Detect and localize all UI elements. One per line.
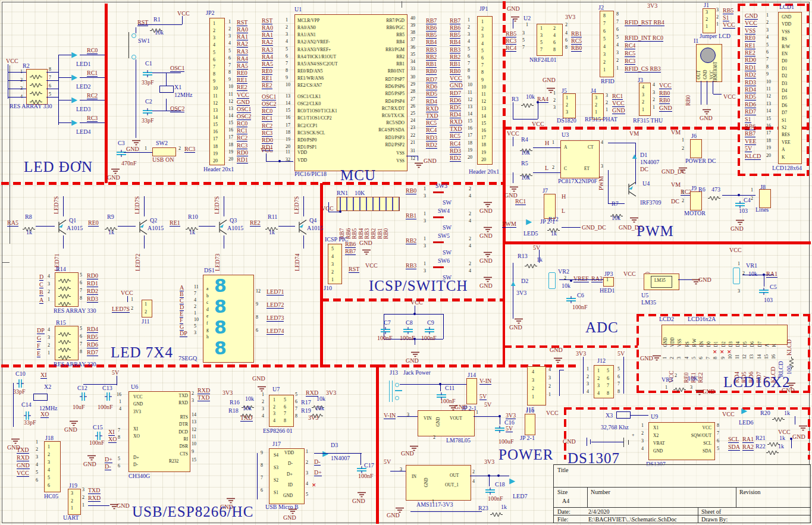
component-body[interactable] bbox=[639, 83, 651, 116]
schematic-label: C4 bbox=[744, 197, 751, 203]
schematic-label: 13 bbox=[192, 420, 196, 425]
wire bbox=[2, 262, 10, 263]
schematic-label: 1 bbox=[587, 367, 589, 372]
component-body[interactable] bbox=[68, 489, 81, 515]
schematic-canvas[interactable]: VCCR212348765▶▶▶▶LED1LED2LED3LED4RC0RC1R… bbox=[0, 0, 812, 525]
schematic-label: KLCD bbox=[745, 153, 761, 160]
schematic-label: 1k bbox=[26, 230, 32, 235]
capacitor-symbol bbox=[403, 326, 413, 333]
switch-symbol[interactable] bbox=[433, 191, 444, 193]
schematic-label: JP 2-1 bbox=[520, 435, 535, 441]
schematic-label: 1 bbox=[603, 68, 606, 73]
schematic-label: D5 bbox=[743, 341, 748, 347]
schematic-label: 4 bbox=[194, 298, 196, 303]
component-body[interactable] bbox=[759, 189, 771, 208]
schematic-label: RE2/CS/AN7 bbox=[297, 83, 322, 88]
schematic-label: 14 bbox=[481, 114, 486, 119]
component-body[interactable] bbox=[690, 191, 702, 210]
component-body[interactable] bbox=[563, 93, 576, 118]
potentiometer-symbol[interactable] bbox=[733, 268, 740, 284]
component-body[interactable] bbox=[466, 378, 477, 404]
potentiometer-symbol[interactable] bbox=[548, 272, 556, 289]
schematic-label: 2 bbox=[653, 98, 655, 102]
component-body[interactable] bbox=[406, 465, 471, 501]
component-body[interactable] bbox=[525, 414, 535, 435]
schematic-label: IRM1838T bbox=[713, 62, 718, 82]
component-body[interactable] bbox=[690, 139, 702, 158]
switch-symbol[interactable] bbox=[433, 216, 444, 218]
section-border-dashed bbox=[738, 174, 809, 176]
schematic-label: L bbox=[545, 165, 548, 171]
schematic-label: DC bbox=[671, 199, 679, 205]
schematic-label: 8 bbox=[717, 423, 719, 428]
schematic-label: 5V bbox=[506, 426, 513, 432]
schematic-label: CTS bbox=[167, 452, 188, 457]
component-body[interactable] bbox=[209, 18, 225, 165]
schematic-label: RST bbox=[349, 266, 359, 273]
schematic-label: 2 bbox=[469, 262, 471, 266]
schematic-label: 10 bbox=[766, 80, 771, 84]
switch-symbol[interactable] bbox=[433, 266, 444, 268]
component-body[interactable] bbox=[142, 300, 152, 317]
schematic-label: 36 bbox=[410, 45, 415, 50]
schematic-label: 9 bbox=[286, 76, 288, 80]
schematic-label: 6 bbox=[717, 439, 719, 444]
schematic-label: 4 bbox=[48, 328, 50, 332]
wire bbox=[418, 156, 418, 161]
component-body[interactable] bbox=[337, 197, 400, 211]
switch-symbol[interactable] bbox=[433, 241, 444, 243]
schematic-label: D2 bbox=[782, 74, 787, 78]
schematic-label: 8 bbox=[80, 296, 82, 301]
schematic-label: J13 bbox=[390, 370, 398, 376]
component-body[interactable] bbox=[527, 366, 546, 405]
component-body[interactable] bbox=[603, 277, 614, 287]
schematic-label: 2 bbox=[481, 27, 484, 32]
schematic-label: RB3 bbox=[426, 47, 437, 54]
schematic-label: 8 bbox=[295, 414, 297, 419]
schematic-label: D3 bbox=[782, 81, 787, 86]
schematic-label: LED74 bbox=[267, 328, 284, 335]
wire bbox=[63, 235, 64, 249]
schematic-label: RC3 bbox=[184, 146, 195, 153]
schematic-label: 5 bbox=[118, 457, 120, 461]
schematic-label: 8 bbox=[286, 68, 288, 73]
component-body[interactable] bbox=[203, 275, 254, 363]
wire bbox=[539, 250, 540, 263]
schematic-label: 3V3 bbox=[133, 410, 141, 414]
led-diode-symbol: ▶ bbox=[509, 477, 515, 485]
schematic-label: S1 bbox=[274, 491, 278, 495]
component-body[interactable] bbox=[328, 244, 342, 284]
schematic-label: A1015 bbox=[67, 225, 83, 231]
schematic-label: SQW/OUT bbox=[683, 433, 711, 438]
schematic-label: 3 bbox=[36, 455, 38, 460]
schematic-label: X2 bbox=[653, 433, 659, 438]
schematic-label: 7 bbox=[194, 291, 196, 296]
schematic-label: 5 bbox=[607, 369, 609, 373]
schematic-label: RA3 bbox=[237, 49, 248, 55]
component-body[interactable] bbox=[44, 441, 61, 492]
schematic-label: 16 bbox=[286, 115, 290, 120]
gnd-symbol bbox=[409, 444, 419, 450]
schematic-label: RD3 bbox=[450, 148, 461, 155]
component-body[interactable] bbox=[152, 147, 176, 156]
schematic-label: 20 bbox=[766, 153, 771, 158]
component-body[interactable] bbox=[600, 11, 614, 77]
schematic-label: PWM bbox=[502, 221, 516, 228]
schematic-label: UART bbox=[63, 515, 79, 521]
schematic-label: GND bbox=[406, 358, 419, 364]
schematic-label: 2 bbox=[48, 290, 50, 294]
schematic-label: 2 bbox=[48, 452, 50, 457]
schematic-label: 1 bbox=[682, 138, 684, 143]
component-body[interactable] bbox=[544, 194, 556, 219]
schematic-label: RB5 bbox=[426, 32, 437, 39]
schematic-label: RA0 bbox=[237, 27, 248, 33]
schematic-label: 10k bbox=[521, 150, 530, 156]
schematic-label: 1 bbox=[145, 302, 147, 307]
component-body[interactable] bbox=[703, 8, 716, 33]
schematic-label: D bbox=[39, 274, 43, 281]
schematic-label: C11 bbox=[445, 385, 454, 391]
wire bbox=[742, 275, 773, 275]
component-body[interactable] bbox=[418, 410, 475, 436]
wire bbox=[138, 24, 182, 25]
schematic-label: ID bbox=[288, 483, 293, 488]
